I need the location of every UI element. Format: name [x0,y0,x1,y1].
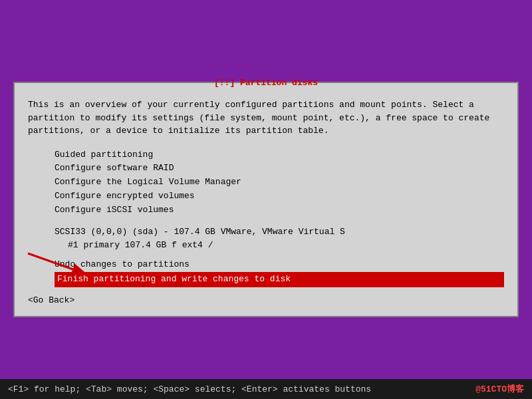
menu-item-guided[interactable]: Guided partitioning [55,148,504,162]
title-line-right [323,82,512,83]
menu-item-iscsi[interactable]: Configure iSCSI volumes [55,203,504,217]
dialog-content: This is an overview of your currently co… [15,90,517,316]
dialog-box: [!!] Partition disks This is an overview… [13,82,519,317]
undo-item[interactable]: Undo changes to partitions [55,258,504,272]
finish-item[interactable]: Finish partitioning and write changes to… [55,272,504,287]
partition-entry[interactable]: #1 primary 107.4 GB f ext4 / [68,239,504,253]
menu-item-software-raid[interactable]: Configure software RAID [55,162,504,176]
menu-item-encrypted[interactable]: Configure encrypted volumes [55,190,504,203]
bottom-help-text: <F1> for help; <Tab> moves; <Space> sele… [8,384,371,394]
menu-item-lvm[interactable]: Configure the Logical Volume Manager [55,176,504,190]
title-line-left [20,82,209,83]
menu-list: Guided partitioning Configure software R… [55,148,504,217]
main-container: [!!] Partition disks This is an overview… [0,0,532,399]
partition-section: SCSI33 (0,0,0) (sda) - 107.4 GB VMware, … [55,225,504,253]
bottom-bar: <F1> for help; <Tab> moves; <Space> sele… [0,379,532,399]
go-back-button[interactable]: <Go Back> [28,295,504,305]
partition-device[interactable]: SCSI33 (0,0,0) (sda) - 107.4 GB VMware, … [55,225,504,239]
title-bar: [!!] Partition disks [15,75,517,90]
description: This is an overview of your currently co… [28,98,504,138]
dialog-title: [!!] Partition disks [209,78,323,88]
brand-label: @51CTO博客 [475,383,524,395]
